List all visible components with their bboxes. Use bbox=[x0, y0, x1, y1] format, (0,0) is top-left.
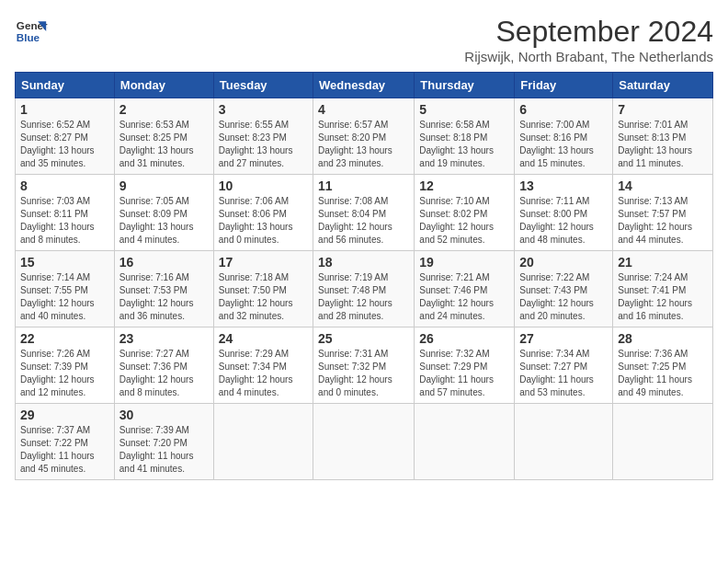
day-detail: Sunrise: 7:01 AMSunset: 8:13 PMDaylight:… bbox=[618, 119, 708, 170]
day-number: 11 bbox=[318, 178, 409, 193]
svg-text:Blue: Blue bbox=[17, 31, 40, 43]
calendar-cell: 15Sunrise: 7:14 AMSunset: 7:55 PMDayligh… bbox=[16, 251, 115, 327]
calendar-cell: 28Sunrise: 7:36 AMSunset: 7:25 PMDayligh… bbox=[613, 327, 713, 404]
day-number: 24 bbox=[219, 331, 308, 346]
calendar-cell: 26Sunrise: 7:32 AMSunset: 7:29 PMDayligh… bbox=[415, 327, 515, 404]
calendar-cell: 4Sunrise: 6:57 AMSunset: 8:20 PMDaylight… bbox=[313, 98, 415, 175]
day-number: 15 bbox=[20, 255, 109, 270]
calendar-cell bbox=[213, 404, 313, 480]
day-number: 13 bbox=[519, 178, 608, 193]
header-saturday: Saturday bbox=[613, 73, 713, 98]
calendar-cell: 20Sunrise: 7:22 AMSunset: 7:43 PMDayligh… bbox=[515, 251, 613, 327]
calendar-cell: 9Sunrise: 7:05 AMSunset: 8:09 PMDaylight… bbox=[114, 175, 213, 251]
calendar-cell: 19Sunrise: 7:21 AMSunset: 7:46 PMDayligh… bbox=[415, 251, 515, 327]
day-detail: Sunrise: 7:27 AMSunset: 7:36 PMDaylight:… bbox=[119, 348, 209, 399]
day-number: 2 bbox=[119, 102, 209, 117]
day-number: 25 bbox=[318, 331, 409, 346]
calendar-cell: 29Sunrise: 7:37 AMSunset: 7:22 PMDayligh… bbox=[16, 404, 115, 480]
calendar-cell: 2Sunrise: 6:53 AMSunset: 8:25 PMDaylight… bbox=[114, 98, 213, 175]
day-detail: Sunrise: 6:57 AMSunset: 8:20 PMDaylight:… bbox=[318, 119, 409, 170]
day-number: 5 bbox=[419, 102, 509, 117]
calendar-cell: 23Sunrise: 7:27 AMSunset: 7:36 PMDayligh… bbox=[114, 327, 213, 404]
day-number: 4 bbox=[318, 102, 409, 117]
calendar-week-4: 22Sunrise: 7:26 AMSunset: 7:39 PMDayligh… bbox=[16, 327, 713, 404]
day-number: 26 bbox=[419, 331, 509, 346]
day-detail: Sunrise: 7:29 AMSunset: 7:34 PMDaylight:… bbox=[219, 348, 308, 399]
day-number: 9 bbox=[119, 178, 209, 193]
page-header: General Blue September 2024 Rijswijk, No… bbox=[15, 15, 713, 64]
calendar-cell: 18Sunrise: 7:19 AMSunset: 7:48 PMDayligh… bbox=[313, 251, 415, 327]
calendar-cell: 22Sunrise: 7:26 AMSunset: 7:39 PMDayligh… bbox=[16, 327, 115, 404]
day-detail: Sunrise: 7:11 AMSunset: 8:00 PMDaylight:… bbox=[519, 195, 608, 247]
day-detail: Sunrise: 7:16 AMSunset: 7:53 PMDaylight:… bbox=[119, 271, 209, 323]
header-tuesday: Tuesday bbox=[213, 73, 313, 98]
day-detail: Sunrise: 7:21 AMSunset: 7:46 PMDaylight:… bbox=[419, 271, 509, 323]
day-number: 28 bbox=[618, 331, 708, 346]
day-number: 16 bbox=[119, 255, 209, 270]
day-number: 30 bbox=[119, 408, 209, 422]
calendar-cell: 30Sunrise: 7:39 AMSunset: 7:20 PMDayligh… bbox=[114, 404, 213, 480]
day-number: 10 bbox=[219, 178, 308, 193]
calendar-week-5: 29Sunrise: 7:37 AMSunset: 7:22 PMDayligh… bbox=[16, 404, 713, 480]
header-sunday: Sunday bbox=[16, 73, 115, 98]
calendar-cell: 10Sunrise: 7:06 AMSunset: 8:06 PMDayligh… bbox=[213, 175, 313, 251]
day-detail: Sunrise: 7:18 AMSunset: 7:50 PMDaylight:… bbox=[219, 271, 308, 323]
calendar-cell: 1Sunrise: 6:52 AMSunset: 8:27 PMDaylight… bbox=[16, 98, 115, 175]
day-number: 23 bbox=[119, 331, 209, 346]
day-detail: Sunrise: 7:36 AMSunset: 7:25 PMDaylight:… bbox=[618, 348, 708, 399]
calendar-cell: 3Sunrise: 6:55 AMSunset: 8:23 PMDaylight… bbox=[213, 98, 313, 175]
day-number: 22 bbox=[20, 331, 109, 346]
header-thursday: Thursday bbox=[415, 73, 515, 98]
day-number: 1 bbox=[20, 102, 109, 117]
day-number: 6 bbox=[519, 102, 608, 117]
day-number: 12 bbox=[419, 178, 509, 193]
calendar-cell: 27Sunrise: 7:34 AMSunset: 7:27 PMDayligh… bbox=[515, 327, 613, 404]
header-wednesday: Wednesday bbox=[313, 73, 415, 98]
month-title: September 2024 bbox=[464, 15, 713, 49]
calendar-cell: 11Sunrise: 7:08 AMSunset: 8:04 PMDayligh… bbox=[313, 175, 415, 251]
header-friday: Friday bbox=[515, 73, 613, 98]
calendar-cell: 5Sunrise: 6:58 AMSunset: 8:18 PMDaylight… bbox=[415, 98, 515, 175]
calendar-cell: 6Sunrise: 7:00 AMSunset: 8:16 PMDaylight… bbox=[515, 98, 613, 175]
calendar-cell bbox=[313, 404, 415, 480]
day-detail: Sunrise: 7:19 AMSunset: 7:48 PMDaylight:… bbox=[318, 271, 409, 323]
calendar-cell: 21Sunrise: 7:24 AMSunset: 7:41 PMDayligh… bbox=[613, 251, 713, 327]
day-detail: Sunrise: 7:32 AMSunset: 7:29 PMDaylight:… bbox=[419, 348, 509, 399]
calendar-cell: 13Sunrise: 7:11 AMSunset: 8:00 PMDayligh… bbox=[515, 175, 613, 251]
day-number: 17 bbox=[219, 255, 308, 270]
day-detail: Sunrise: 7:26 AMSunset: 7:39 PMDaylight:… bbox=[20, 348, 109, 399]
logo: General Blue bbox=[15, 15, 48, 48]
day-number: 29 bbox=[20, 408, 109, 422]
logo-icon: General Blue bbox=[15, 15, 48, 48]
day-number: 19 bbox=[419, 255, 509, 270]
day-detail: Sunrise: 7:34 AMSunset: 7:27 PMDaylight:… bbox=[519, 348, 608, 399]
day-number: 14 bbox=[618, 178, 708, 193]
day-detail: Sunrise: 7:37 AMSunset: 7:22 PMDaylight:… bbox=[20, 424, 109, 476]
day-detail: Sunrise: 7:06 AMSunset: 8:06 PMDaylight:… bbox=[219, 195, 308, 247]
calendar-cell: 17Sunrise: 7:18 AMSunset: 7:50 PMDayligh… bbox=[213, 251, 313, 327]
calendar-cell: 12Sunrise: 7:10 AMSunset: 8:02 PMDayligh… bbox=[415, 175, 515, 251]
calendar-cell bbox=[515, 404, 613, 480]
day-detail: Sunrise: 7:14 AMSunset: 7:55 PMDaylight:… bbox=[20, 271, 109, 323]
calendar-week-2: 8Sunrise: 7:03 AMSunset: 8:11 PMDaylight… bbox=[16, 175, 713, 251]
title-block: September 2024 Rijswijk, North Brabant, … bbox=[464, 15, 713, 64]
day-detail: Sunrise: 7:03 AMSunset: 8:11 PMDaylight:… bbox=[20, 195, 109, 247]
calendar-cell bbox=[415, 404, 515, 480]
day-detail: Sunrise: 7:13 AMSunset: 7:57 PMDaylight:… bbox=[618, 195, 708, 247]
day-detail: Sunrise: 6:53 AMSunset: 8:25 PMDaylight:… bbox=[119, 119, 209, 170]
calendar-cell: 24Sunrise: 7:29 AMSunset: 7:34 PMDayligh… bbox=[213, 327, 313, 404]
day-number: 27 bbox=[519, 331, 608, 346]
calendar-cell: 8Sunrise: 7:03 AMSunset: 8:11 PMDaylight… bbox=[16, 175, 115, 251]
day-detail: Sunrise: 7:08 AMSunset: 8:04 PMDaylight:… bbox=[318, 195, 409, 247]
days-header-row: Sunday Monday Tuesday Wednesday Thursday… bbox=[16, 73, 713, 98]
calendar-cell: 25Sunrise: 7:31 AMSunset: 7:32 PMDayligh… bbox=[313, 327, 415, 404]
location-subtitle: Rijswijk, North Brabant, The Netherlands bbox=[464, 49, 713, 64]
day-detail: Sunrise: 6:58 AMSunset: 8:18 PMDaylight:… bbox=[419, 119, 509, 170]
day-detail: Sunrise: 7:00 AMSunset: 8:16 PMDaylight:… bbox=[519, 119, 608, 170]
calendar-week-1: 1Sunrise: 6:52 AMSunset: 8:27 PMDaylight… bbox=[16, 98, 713, 175]
calendar-week-3: 15Sunrise: 7:14 AMSunset: 7:55 PMDayligh… bbox=[16, 251, 713, 327]
day-detail: Sunrise: 7:22 AMSunset: 7:43 PMDaylight:… bbox=[519, 271, 608, 323]
day-detail: Sunrise: 7:05 AMSunset: 8:09 PMDaylight:… bbox=[119, 195, 209, 247]
calendar-cell: 7Sunrise: 7:01 AMSunset: 8:13 PMDaylight… bbox=[613, 98, 713, 175]
day-number: 20 bbox=[519, 255, 608, 270]
